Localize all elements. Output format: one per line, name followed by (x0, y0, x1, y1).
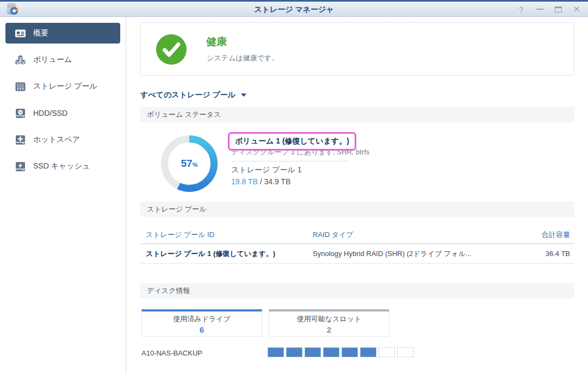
sidebar-item-label: ホットスペア (33, 135, 80, 145)
sidebar-item-hot-spare[interactable]: ホットスペア (5, 129, 120, 150)
sidebar-item-label: ストレージ プール (33, 82, 97, 91)
volume-total-capacity: 34.9 TB (264, 177, 290, 186)
pool-id-cell: ストレージ プール 1 (修復しています。) (140, 249, 313, 259)
chevron-down-icon (241, 94, 246, 97)
hdd-ssd-icon (15, 108, 26, 119)
volume-capacity-usage: 19.8 TB / 34.9 TB (231, 177, 290, 186)
disk-slot-used (268, 347, 284, 357)
table-header-row: ストレージ プール ID RAID タイプ 合計容量 (140, 226, 574, 244)
disk-device-row: A10-NAS-BACKUP (141, 347, 574, 358)
tab-used-drives[interactable]: 使用済みドライブ 6 (141, 309, 262, 336)
sidebar-item-label: HDD/SSD (33, 109, 67, 117)
volume-usage-donut-chart: 57% (161, 135, 218, 192)
storage-pool-table: ストレージ プール ID RAID タイプ 合計容量 ストレージ プール 1 (… (140, 226, 574, 264)
disk-slot-used (360, 347, 376, 357)
storage-pool-section-header: ストレージ プール (140, 202, 574, 217)
help-icon[interactable]: ? (517, 5, 525, 14)
sidebar-item-overview[interactable]: 概要 (5, 23, 120, 43)
volume-cubes-icon (15, 54, 26, 66)
sidebar-item-ssd-cache[interactable]: SSD キャッシュ (5, 156, 120, 177)
volume-used-capacity: 19.8 TB (231, 177, 258, 186)
sidebar-item-volume[interactable]: ボリューム (5, 49, 120, 70)
storage-pool-icon (15, 81, 26, 92)
disk-slot-used (286, 347, 302, 357)
sidebar: 概要 ボリューム (0, 17, 126, 374)
overview-icon (15, 28, 26, 39)
pool-filter-label: すべてのストレージ プール (140, 90, 236, 100)
column-header-raid-type: RAID タイプ (313, 230, 520, 240)
used-drives-count: 6 (142, 325, 262, 334)
sidebar-item-label: 概要 (33, 28, 48, 38)
sidebar-item-storage-pool[interactable]: ストレージ プール (5, 76, 120, 97)
sidebar-item-hdd-ssd[interactable]: HDD/SSD (5, 103, 120, 123)
minimize-icon[interactable] (536, 5, 543, 14)
maximize-icon[interactable] (554, 5, 562, 14)
disk-info-section-header: ディスク情報 (140, 283, 574, 298)
column-header-total-capacity: 合計容量 (520, 230, 574, 240)
storage-manager-window: ストレージ マネージャ ? ✕ 概要 (0, 0, 588, 374)
health-description: システムは健康です。 (207, 53, 278, 63)
volume-status-section-header: ボリューム ステータス (140, 107, 574, 122)
volume-divider (231, 161, 348, 161)
device-name: A10-NAS-BACKUP (141, 349, 202, 357)
close-icon[interactable]: ✕ (573, 5, 580, 14)
capacity-separator: / (258, 177, 264, 186)
disk-slot-used (323, 347, 339, 357)
available-slots-count: 2 (269, 325, 389, 334)
window-title: ストレージ マネージャ (0, 2, 588, 17)
raid-type-cell: Synology Hybrid RAID (SHR) (2ドライブ フォル... (313, 249, 520, 259)
health-check-icon (156, 34, 187, 65)
main-content: 健康 システムは健康です。 すべてのストレージ プール ボリューム ステータス (127, 17, 588, 374)
disk-slot-empty (397, 347, 413, 357)
table-row[interactable]: ストレージ プール 1 (修復しています。) Synology Hybrid R… (140, 244, 574, 264)
ssd-cache-icon (15, 161, 26, 172)
disk-slot-used (342, 347, 358, 357)
hot-spare-icon (15, 134, 26, 146)
total-capacity-cell: 36.4 TB (520, 250, 574, 258)
disk-slot-used (305, 347, 321, 357)
disk-slot-row (268, 347, 413, 357)
disk-slot-empty (379, 347, 395, 357)
storage-pool-filter-dropdown[interactable]: すべてのストレージ プール (140, 90, 246, 101)
disk-info-tabs: 使用済みドライブ 6 使用可能なスロット 2 (141, 309, 389, 336)
column-header-pool-id: ストレージ プール ID (140, 230, 313, 240)
window-controls: ? ✕ (517, 2, 580, 17)
health-card: 健康 システムは健康です。 (140, 22, 574, 76)
tab-available-slots[interactable]: 使用可能なスロット 2 (269, 309, 389, 336)
volume-usage-percent: 57% (161, 135, 218, 192)
titlebar[interactable]: ストレージ マネージャ ? ✕ (0, 2, 588, 17)
sidebar-item-label: ボリューム (33, 55, 72, 65)
tab-label: 使用可能なスロット (269, 314, 389, 324)
health-status-text: 健康 (206, 35, 227, 49)
sidebar-item-label: SSD キャッシュ (33, 161, 90, 171)
tab-label: 使用済みドライブ (142, 314, 262, 324)
volume-pool-name: ストレージ プール 1 (231, 165, 302, 175)
volume-title-annotation-box: ボリューム 1 (修復しています。) (228, 132, 356, 151)
